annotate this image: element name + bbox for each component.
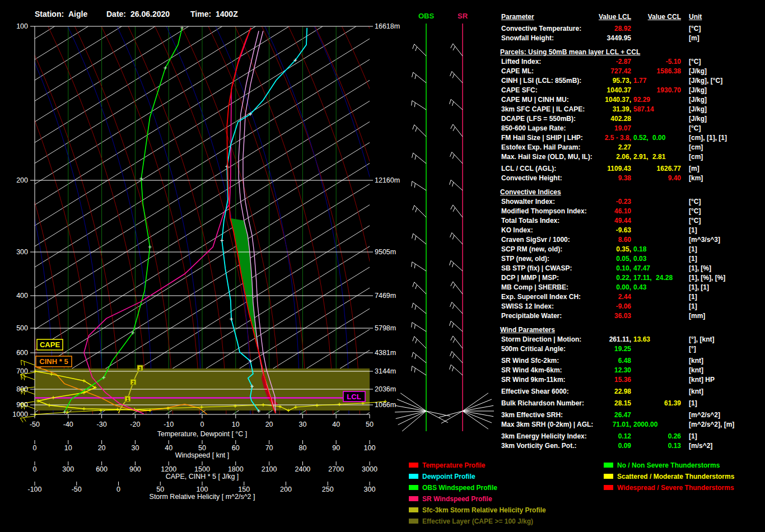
axis-tick-label: 300 xyxy=(62,465,74,473)
table-row: Showalter Index:-0.23[°C] xyxy=(500,197,765,207)
cape-label-box: CAPE xyxy=(37,339,63,350)
axis-tick-label: 900 xyxy=(129,465,141,473)
table-row: Estofex Exp. Hail Param:2.27[cm] xyxy=(500,143,765,152)
table-row: DCAPE (LFS = 550mB):402.28[J/kg] xyxy=(500,114,765,124)
table-row: 3km Vorticity Gen. Pot.:0.090.13[m/s^2] xyxy=(500,441,765,451)
srh-km-marker: 2 xyxy=(130,379,136,385)
table-row: Craven SigSvr / 1000:8.60[m^3/s^3] xyxy=(500,235,765,245)
axis-labels: 10016618m20012160m3009505m4007469m500579… xyxy=(12,22,400,493)
table-row: Exp. Supercell Index CH:2.44[1] xyxy=(500,292,765,302)
axis-tick-label: -10 xyxy=(164,421,174,428)
table-section-title: Wind Parameters xyxy=(500,325,765,335)
table-header-row: ParameterValue LCLValue CCLUnit xyxy=(500,12,765,22)
altitude-tick-label: 1066m xyxy=(375,401,396,409)
table-row: STP (new, old):0.05,0.03[1] xyxy=(500,254,765,264)
axis-tick-label: 100 xyxy=(364,444,376,452)
table-row: CAPE SFC:1040.371930.70[J/kg] xyxy=(500,86,765,95)
axis-tick-label: 3000 xyxy=(362,465,377,473)
time-value: 1400Z xyxy=(216,10,238,18)
altitude-tick-label: 2036m xyxy=(375,385,396,393)
axis-tick-label: 600 xyxy=(96,465,108,473)
table-row: Bulk Richardson Number:28.1561.39[1] xyxy=(500,399,765,408)
axis-tick-label: 1500 xyxy=(194,465,210,473)
axis-tick-label: -50 xyxy=(30,421,40,428)
table-row: 3km Energy Helicity Index:0.120.26[1] xyxy=(500,432,765,441)
axis-tick-label: 10 xyxy=(232,421,240,428)
altitude-tick-label: 9505m xyxy=(375,248,396,256)
table-row: Snowfall Height:3449.95[m] xyxy=(500,34,765,43)
station-label: Station: xyxy=(35,10,64,18)
srh-km-marker: 3 xyxy=(137,365,143,371)
axis-tick-label: 50 xyxy=(366,421,374,428)
station-value: Aigle xyxy=(68,10,87,18)
axis-tick-label: 10 xyxy=(64,444,72,452)
cape-axis-title: CAPE, CINH * 5 [ J/kg ] xyxy=(166,473,239,480)
obs-column-label: OBS xyxy=(418,12,435,20)
axis-tick-label: 70 xyxy=(265,444,273,452)
parameter-table: ParameterValue LCLValue CCLUnitConvectiv… xyxy=(500,12,765,451)
sr-column-label: SR xyxy=(458,12,468,20)
table-row: FM Hail Size | SHIP | LHP:2.5 - 3.8,0.52… xyxy=(500,133,765,143)
svg-text:2: 2 xyxy=(132,380,134,385)
axis-tick-label: 40 xyxy=(332,421,340,428)
table-row: SR Wind 4km-6km:12.30[knt] xyxy=(500,366,765,375)
table-row: MB Comp | SHERBE:0.00,0.43[1], [1] xyxy=(500,283,765,292)
lcl-label-box: LCL xyxy=(343,391,365,402)
table-row: 3km SFC CAPE | IL CAPE:31.39,587.14[J/kg… xyxy=(500,105,765,114)
table-row: CAPE ML:727.421586.38[J/kg] xyxy=(500,67,765,76)
axis-tick-label: 2100 xyxy=(262,465,277,473)
table-row: Modified Thompson Index:46.10[°C] xyxy=(500,207,765,216)
table-section-title: Parcels: Using 50mB mean layer LCL + CCL xyxy=(500,48,765,57)
axis-tick-label: -40 xyxy=(63,421,73,428)
obs-wind-barbs xyxy=(395,24,450,431)
axis-tick-label: 150 xyxy=(238,486,250,493)
pressure-tick-label: 200 xyxy=(16,176,28,184)
windspeed-axis-title: Windspeed [ knt ] xyxy=(175,451,230,459)
date-value: 26.06.2020 xyxy=(130,10,170,18)
pressure-tick-label: 1000 xyxy=(12,410,28,418)
axis-tick-label: 20 xyxy=(98,444,106,452)
time-label: Time: xyxy=(190,10,211,18)
table-row: SB STP (fix) | CWASP:0.10,47.47[1], [%] xyxy=(500,264,765,273)
axis-tick-label: 30 xyxy=(131,444,139,452)
axis-tick-label: 0 xyxy=(33,444,37,452)
altitude-tick-label: 7469m xyxy=(375,292,396,300)
axis-tick-label: 0 xyxy=(200,421,204,428)
pressure-tick-label: 900 xyxy=(16,401,28,409)
altitude-tick-label: 3144m xyxy=(375,367,396,375)
altitude-tick-label: 5798m xyxy=(375,324,396,332)
cinh-label-box: CINH * 5 xyxy=(36,356,72,367)
table-row: LCL / CCL (AGL):1109.431626.77[m] xyxy=(500,164,765,174)
svg-text:CINH * 5: CINH * 5 xyxy=(39,357,68,366)
axis-tick-label: 30 xyxy=(298,421,306,428)
axis-tick-label: 300 xyxy=(364,486,376,493)
axis-tick-label: 200 xyxy=(280,486,292,493)
table-row: SR Wind Sfc-2km:6.48[knt] xyxy=(500,356,765,366)
svg-text:CAPE: CAPE xyxy=(40,340,60,349)
table-row: SCP RM (new, old):0.35,0.18[1] xyxy=(500,245,765,254)
table-row: Convective Temperature:28.92[°C] xyxy=(500,24,765,34)
table-section-title: Convective Indices xyxy=(500,188,765,197)
axis-tick-label: 1800 xyxy=(228,465,244,473)
altitude-tick-label: 16618m xyxy=(375,22,400,30)
axis-tick-label: 90 xyxy=(332,444,340,452)
pressure-tick-label: 500 xyxy=(16,324,28,332)
table-row: Lifted Index:-2.87-5.10[°C] xyxy=(500,57,765,67)
pressure-gridlines xyxy=(30,26,373,414)
table-row: Convective Height:9.389.40[km] xyxy=(500,174,765,183)
altitude-tick-label: 4381m xyxy=(375,349,396,357)
pressure-tick-label: 700 xyxy=(16,367,28,375)
altitude-tick-label: 12160m xyxy=(375,176,400,184)
table-row: 850-600 Lapse Rate:19.07[°C] xyxy=(500,124,765,133)
axis-tick-label: 20 xyxy=(265,421,273,428)
axis-tick-label: 0 xyxy=(116,486,120,493)
axis-tick-label: 50 xyxy=(198,444,206,452)
axis-tick-label: -50 xyxy=(72,486,82,493)
axis-tick-label: -30 xyxy=(97,421,107,428)
table-row: DCP | MMP | MSP:0.22,17.11, 24.28[1], [%… xyxy=(500,273,765,283)
axis-tick-label: 60 xyxy=(232,444,240,452)
axis-tick-label: -20 xyxy=(130,421,140,428)
axis-tick-label: -100 xyxy=(27,486,41,493)
axis-tick-label: 40 xyxy=(165,444,172,452)
pressure-tick-label: 600 xyxy=(16,349,28,357)
